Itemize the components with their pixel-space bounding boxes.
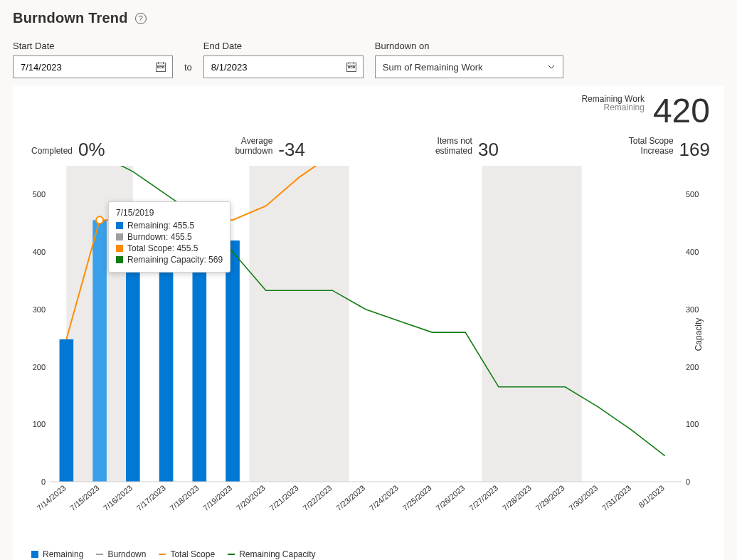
scope-increase-label-l2: Increase [629, 147, 674, 157]
svg-text:0: 0 [686, 477, 690, 486]
svg-rect-30 [60, 339, 74, 481]
avg-burndown-value: -34 [278, 140, 305, 159]
legend-remaining[interactable]: Remaining [31, 549, 83, 559]
svg-text:200: 200 [33, 362, 46, 371]
tooltip-swatch [116, 245, 123, 252]
end-date-label: End Date [203, 41, 364, 51]
svg-text:400: 400 [33, 248, 46, 256]
svg-text:0: 0 [41, 477, 46, 486]
avg-burndown-label-l2: burndown [235, 147, 273, 157]
remaining-sublabel: Remaining [581, 102, 644, 112]
remaining-work-value: 420 [653, 94, 710, 128]
svg-text:7/20/2023: 7/20/2023 [235, 483, 267, 512]
kpi-row: Completed 0% Average burndown -34 Items … [24, 137, 713, 159]
chart-tooltip: 7/15/2019 Remaining: 455.5Burndown: 455.… [108, 201, 230, 273]
legend-label-remaining: Remaining [43, 549, 83, 559]
svg-text:500: 500 [33, 190, 46, 199]
chart-card: Remaining Work Remaining 420 Completed 0… [13, 85, 724, 560]
tooltip-series-label: Remaining Capacity: 569 [127, 255, 223, 265]
legend-remaining-capacity[interactable]: Remaining Capacity [228, 549, 315, 559]
end-date-input[interactable] [203, 56, 364, 78]
svg-rect-5 [160, 67, 161, 68]
svg-text:7/14/2023: 7/14/2023 [35, 483, 67, 512]
completed-value: 0% [78, 140, 105, 159]
svg-text:7/21/2023: 7/21/2023 [268, 483, 300, 512]
not-estimated-value: 30 [478, 140, 499, 159]
end-date-field[interactable] [210, 61, 331, 73]
svg-text:7/17/2023: 7/17/2023 [135, 483, 167, 512]
svg-text:7/28/2023: 7/28/2023 [501, 483, 533, 512]
svg-text:500: 500 [686, 190, 699, 199]
svg-text:100: 100 [686, 420, 699, 428]
svg-rect-6 [163, 67, 164, 68]
tooltip-swatch [116, 233, 123, 241]
tooltip-swatch [116, 222, 123, 229]
svg-text:8/1/2023: 8/1/2023 [637, 483, 666, 509]
legend-swatch-total-scope [159, 554, 166, 555]
svg-text:7/22/2023: 7/22/2023 [301, 483, 333, 512]
tooltip-series-label: Total Scope: 455.5 [127, 243, 198, 253]
tooltip-row: Total Scope: 455.5 [116, 243, 223, 253]
svg-text:7/30/2023: 7/30/2023 [567, 483, 599, 512]
svg-text:7/24/2023: 7/24/2023 [368, 483, 400, 512]
to-label: to [184, 62, 192, 78]
legend-label-burndown: Burndown [107, 549, 146, 559]
svg-rect-4 [158, 67, 159, 68]
start-date-field[interactable] [19, 61, 140, 73]
svg-text:200: 200 [686, 362, 699, 371]
svg-text:7/27/2023: 7/27/2023 [467, 483, 499, 512]
tooltip-row: Remaining: 455.5 [116, 221, 223, 231]
svg-text:300: 300 [686, 305, 699, 313]
svg-text:100: 100 [33, 420, 46, 428]
controls-row: Start Date to End Date [13, 41, 724, 78]
svg-rect-35 [226, 241, 240, 482]
not-estimated-label-l2: estimated [435, 147, 472, 157]
legend-swatch-remaining [31, 551, 38, 558]
svg-rect-16 [249, 166, 349, 482]
page-title: Burndown Trend [13, 10, 128, 26]
legend-total-scope[interactable]: Total Scope [159, 549, 215, 559]
svg-text:7/23/2023: 7/23/2023 [334, 483, 366, 512]
svg-text:7/29/2023: 7/29/2023 [534, 483, 566, 512]
tooltip-series-label: Burndown: 455.5 [127, 232, 192, 242]
remaining-work-kpi: Remaining Work Remaining 420 [581, 94, 710, 128]
burndown-on-dropdown[interactable]: Sum of Remaining Work [375, 56, 563, 78]
scope-increase-value: 169 [679, 140, 710, 159]
svg-text:7/31/2023: 7/31/2023 [600, 483, 632, 512]
svg-text:300: 300 [33, 305, 46, 313]
svg-text:7/25/2023: 7/25/2023 [401, 483, 433, 512]
scope-increase-label-l1: Total Scope [629, 137, 674, 147]
svg-point-36 [96, 216, 103, 223]
burndown-on-value: Sum of Remaining Work [383, 62, 483, 73]
svg-rect-31 [92, 220, 107, 482]
start-date-input[interactable] [13, 56, 173, 78]
svg-text:7/16/2023: 7/16/2023 [102, 483, 134, 512]
legend-swatch-remaining-capacity [228, 554, 235, 555]
right-axis-label: Capacity [694, 317, 704, 351]
start-date-label: Start Date [13, 41, 173, 51]
svg-rect-12 [351, 67, 352, 68]
legend-label-remaining-capacity: Remaining Capacity [239, 549, 315, 559]
legend-swatch-burndown [96, 554, 103, 555]
svg-rect-13 [353, 67, 354, 68]
legend-label-total-scope: Total Scope [170, 549, 215, 559]
calendar-icon[interactable] [346, 61, 357, 73]
not-estimated-label-l1: Items not [435, 137, 472, 147]
completed-label: Completed [31, 147, 73, 157]
svg-text:7/19/2023: 7/19/2023 [201, 483, 233, 512]
tooltip-row: Burndown: 455.5 [116, 232, 223, 242]
calendar-icon[interactable] [155, 61, 166, 73]
svg-rect-11 [348, 67, 349, 68]
avg-burndown-label-l1: Average [235, 137, 273, 147]
svg-text:400: 400 [686, 248, 699, 256]
svg-text:7/15/2023: 7/15/2023 [68, 483, 100, 512]
legend-burndown[interactable]: Burndown [96, 549, 146, 559]
help-icon[interactable]: ? [135, 13, 147, 24]
tooltip-series-label: Remaining: 455.5 [127, 221, 194, 231]
svg-text:7/18/2023: 7/18/2023 [168, 483, 200, 512]
burndown-on-label: Burndown on [375, 41, 563, 51]
tooltip-swatch [116, 256, 123, 263]
svg-text:7/26/2023: 7/26/2023 [434, 483, 466, 512]
svg-rect-17 [482, 166, 582, 482]
tooltip-date: 7/15/2019 [116, 208, 223, 218]
